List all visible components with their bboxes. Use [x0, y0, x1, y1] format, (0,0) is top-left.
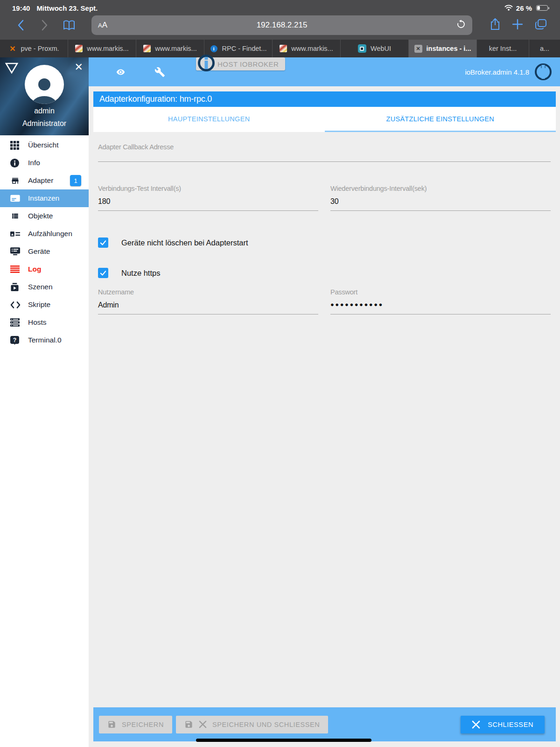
- sidebar-item-info[interactable]: Info: [0, 154, 89, 172]
- markise-favicon: [280, 45, 287, 52]
- url-text: 192.168.2.215: [91, 21, 472, 30]
- use-https-checkbox[interactable]: [98, 268, 108, 278]
- hosts-icon: [10, 318, 21, 327]
- markise-favicon: [75, 45, 83, 52]
- browser-tab-instances[interactable]: ✕ instances - i...: [409, 40, 477, 57]
- use-https-row: Nutze https: [98, 268, 551, 278]
- sidebar-item-hosts[interactable]: Hosts: [0, 314, 89, 331]
- sidebar-menu: Übersicht Info Adapter 1: [0, 135, 89, 349]
- browser-tab-markise-1[interactable]: www.markis...: [68, 40, 136, 57]
- battery-icon: [536, 5, 548, 11]
- browser-tab-markise-2[interactable]: www.markis...: [136, 40, 204, 57]
- list-icon: [10, 211, 21, 221]
- browser-tab-rpc[interactable]: i RPC - Findet...: [204, 40, 273, 57]
- save-icon: [184, 720, 193, 729]
- browser-tab-proxmox[interactable]: ✕ pve - Proxm.: [0, 40, 68, 57]
- close-drawer-icon[interactable]: ✕: [75, 62, 83, 72]
- sidebar-item-terminal[interactable]: ? Terminal.0: [0, 331, 89, 349]
- sidebar-item-objekte[interactable]: Objekte: [0, 207, 89, 225]
- scripts-icon: [10, 300, 21, 309]
- sidebar-item-log[interactable]: Log: [0, 260, 89, 278]
- user-name: admin: [0, 107, 89, 115]
- log-icon: [10, 265, 21, 274]
- iobroker-logo-icon: [198, 55, 215, 71]
- instances-icon: [10, 194, 21, 203]
- back-button[interactable]: [10, 16, 31, 35]
- share-icon[interactable]: [490, 18, 500, 32]
- close-button[interactable]: SCHLIESSEN: [461, 716, 545, 733]
- browser-tab-strip: ✕ pve - Proxm. www.markis... www.markis.…: [0, 40, 560, 57]
- iobroker-logo-icon: [535, 63, 552, 80]
- eye-icon[interactable]: [110, 68, 131, 77]
- browser-tab-markise-3[interactable]: www.markis...: [273, 40, 341, 57]
- ios-status-bar: 19:40 Mittwoch 23. Sept. 26 %: [0, 0, 560, 14]
- test-interval-value[interactable]: 180: [98, 197, 318, 206]
- save-icon: [107, 720, 116, 729]
- dialog-title: Adapterkonfiguration: hm-rpc.0: [93, 91, 556, 107]
- tab-overview-icon[interactable]: [535, 19, 547, 32]
- safari-window: 19:40 Mittwoch 23. Sept. 26 % A: [0, 0, 560, 747]
- sidebar-item-adapter[interactable]: Adapter 1: [0, 172, 89, 189]
- info-icon: [10, 158, 21, 168]
- admin-version: ioBroker.admin 4.1.8: [465, 68, 529, 76]
- terminal-icon: ?: [10, 335, 21, 345]
- password-value[interactable]: ●●●●●●●●●●●: [330, 301, 551, 310]
- reload-button[interactable]: [456, 20, 466, 31]
- close-icon: [199, 720, 207, 728]
- tab-zusaetzliche-einstellungen[interactable]: ZUSÄTZLICHE EINSTELLUNGEN: [325, 107, 556, 132]
- sidebar-item-uebersicht[interactable]: Übersicht: [0, 136, 89, 154]
- callback-address-label: Adapter Callback Adresse: [98, 143, 551, 151]
- host-iobroker-button[interactable]: HOST IOBROKER: [196, 57, 285, 70]
- settings-form: Adapter Callback Adresse Verbindungs-Tes…: [89, 132, 560, 314]
- callback-address-value[interactable]: [98, 154, 551, 157]
- sidebar-item-aufzaehlungen[interactable]: Aufzählungen: [0, 225, 89, 243]
- safari-chrome: 19:40 Mittwoch 23. Sept. 26 % A: [0, 0, 560, 40]
- username-value[interactable]: Admin: [98, 301, 318, 310]
- devices-icon: [10, 247, 21, 256]
- use-https-label: Nutze https: [121, 269, 160, 278]
- new-tab-icon[interactable]: [512, 19, 523, 31]
- browser-tab-iobroker[interactable]: ker Inst...: [477, 40, 529, 57]
- save-and-close-button[interactable]: SPEICHERN UND SCHLIESSEN: [176, 716, 328, 733]
- sidebar-item-skripte[interactable]: Skripte: [0, 296, 89, 314]
- browser-tab-partial[interactable]: a...: [529, 40, 560, 57]
- dont-delete-devices-label: Geräte nicht löschen bei Adapterstart: [121, 238, 248, 247]
- save-button[interactable]: SPEICHERN: [99, 716, 172, 733]
- tab-haupteinstellungen[interactable]: HAUPTEINSTELLUNGEN: [93, 107, 325, 132]
- webui-favicon: [358, 44, 366, 53]
- username-label: Nutzername: [98, 288, 318, 296]
- sidebar-item-geraete[interactable]: Geräte: [0, 243, 89, 260]
- sidebar-item-szenen[interactable]: Szenen: [0, 278, 89, 296]
- user-card: ✕ admin Administrator: [0, 57, 89, 135]
- dont-delete-devices-row: Geräte nicht löschen bei Adapterstart: [98, 237, 551, 248]
- info-favicon: i: [210, 45, 217, 52]
- forward-button[interactable]: [35, 16, 55, 35]
- clock: 19:40: [12, 4, 30, 12]
- iobroker-header: HOST IOBROKER ioBroker.admin 4.1.8: [89, 57, 560, 86]
- password-field[interactable]: Passwort ●●●●●●●●●●●: [330, 288, 551, 314]
- markise-favicon: [143, 45, 151, 52]
- username-field[interactable]: Nutzername Admin: [98, 288, 318, 314]
- svg-text:?: ?: [13, 337, 17, 343]
- dialog-action-bar: SPEICHERN SPEICHERN UND SCHLIESSEN SCHLI…: [93, 707, 556, 741]
- sidebar-item-instanzen[interactable]: Instanzen: [0, 189, 89, 207]
- address-bar[interactable]: AA 192.168.2.215: [91, 15, 472, 35]
- callback-address-field[interactable]: Adapter Callback Adresse: [98, 143, 551, 162]
- dont-delete-devices-checkbox[interactable]: [98, 237, 108, 248]
- reconnect-interval-value[interactable]: 30: [330, 197, 551, 206]
- reconnect-interval-field[interactable]: Wiederverbindungs-Intervall(sek) 30: [330, 185, 551, 211]
- avatar: [25, 65, 64, 104]
- home-indicator[interactable]: [196, 739, 371, 742]
- battery-percent: 26 %: [516, 4, 532, 12]
- scenes-icon: [10, 282, 21, 292]
- wrench-icon[interactable]: [149, 67, 170, 77]
- browser-tab-webui[interactable]: WebUI: [341, 40, 409, 57]
- reconnect-interval-label: Wiederverbindungs-Intervall(sek): [330, 185, 551, 192]
- close-tab-icon[interactable]: ✕: [414, 45, 422, 53]
- date: Mittwoch 23. Sept.: [36, 4, 98, 12]
- dialog-tabs: HAUPTEINSTELLUNGEN ZUSÄTZLICHE EINSTELLU…: [93, 107, 556, 132]
- test-interval-field[interactable]: Verbindungs-Test Intervall(s) 180: [98, 185, 318, 211]
- bookmarks-icon[interactable]: [59, 16, 79, 35]
- adapter-count-badge: 1: [70, 175, 81, 186]
- proxmox-favicon: ✕: [8, 45, 16, 53]
